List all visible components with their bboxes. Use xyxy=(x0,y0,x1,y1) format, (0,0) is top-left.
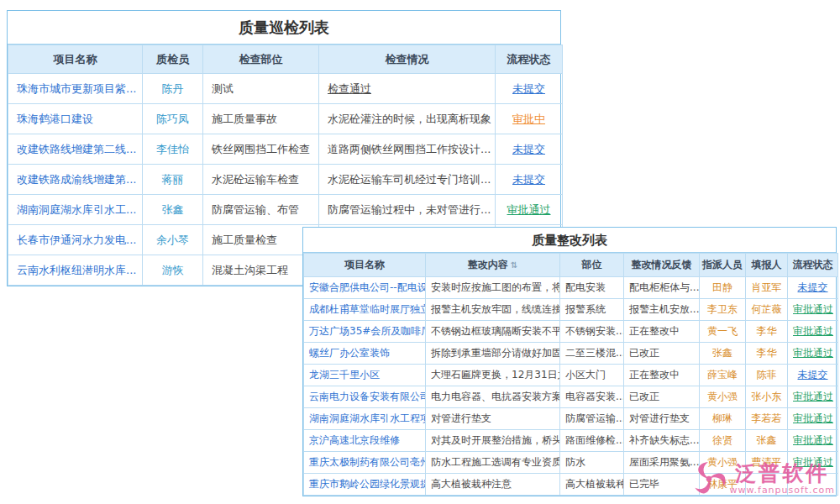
inspection-table-row[interactable]: 改建铁路线增建第二线... 李佳怡 铁丝网围挡工作检查 道路两侧铁丝网围挡工作按… xyxy=(8,134,563,165)
rectify-table-row[interactable]: 成都杜甫草堂临时展厅独立展... 报警主机安放牢固，线缆连接... 报警系统 报… xyxy=(304,299,838,321)
assignee-cell[interactable]: 李卫东 xyxy=(700,299,746,321)
assignee-cell[interactable]: 薛宝峰 xyxy=(700,365,746,386)
rectify-content-cell: 对其及时开展整治措施，桥头... xyxy=(426,430,560,452)
reporter-cell[interactable]: 李若若 xyxy=(746,408,788,430)
status-cell[interactable]: 审批中 xyxy=(496,104,563,134)
project-name-cell[interactable]: 珠海市城市更新项目紫... xyxy=(8,74,143,104)
status-link[interactable]: 未提交 xyxy=(512,173,545,186)
project-name-cell[interactable]: 万达广场35#会所及咖啡厅空... xyxy=(304,321,426,343)
inspect-part-cell: 施工质量事故 xyxy=(203,104,319,134)
inspection-table-row[interactable]: 改建铁路成渝线增建第... 蒋丽 水泥砼运输车检查 水泥砼运输车司机经过专门培训… xyxy=(8,165,563,195)
rectify-content-cell: 拆除到承重墙部分请做好加固... xyxy=(426,343,560,365)
status-link[interactable]: 未提交 xyxy=(512,82,545,95)
inspector-cell[interactable]: 蒋丽 xyxy=(143,165,203,195)
watermark-text: 泛普软件 www.fanpusoft.com xyxy=(730,462,835,496)
assignee-cell[interactable]: 黄一飞 xyxy=(700,321,746,343)
project-name-cell[interactable]: 湖南洞庭湖水库引水工... xyxy=(8,195,143,225)
status-cell[interactable]: 审批通过 xyxy=(788,299,838,321)
project-name-cell[interactable]: 珠海鹤港口建设 xyxy=(8,104,143,134)
inspector-cell[interactable]: 陈巧凤 xyxy=(143,104,203,134)
project-name-cell[interactable]: 成都杜甫草堂临时展厅独立展... xyxy=(304,299,426,321)
status-cell[interactable]: 未提交 xyxy=(496,134,563,165)
project-name-cell[interactable]: 云南电力设备安装有限公司20... xyxy=(304,386,426,408)
status-cell[interactable]: 审批通过 xyxy=(788,408,838,430)
project-name-cell[interactable]: 重庆太极制药有限公司亳州中... xyxy=(304,452,426,474)
reporter-cell[interactable]: 何芷薇 xyxy=(746,299,788,321)
inspection-table-row[interactable]: 珠海市城市更新项目紫... 陈丹 测试 检查通过 未提交 xyxy=(8,74,563,104)
status-link[interactable]: 审批通过 xyxy=(793,325,833,337)
rectify-col-content-label: 整改内容 xyxy=(468,259,508,270)
project-name-cell[interactable]: 改建铁路线增建第二线... xyxy=(8,134,143,165)
reporter-cell[interactable]: 张鑫 xyxy=(746,430,788,452)
status-link[interactable]: 未提交 xyxy=(798,369,828,381)
assignee-cell[interactable]: 张鑫 xyxy=(700,343,746,365)
status-link[interactable]: 未提交 xyxy=(798,281,828,293)
rectify-list-panel: 质量整改列表 项目名称 整改内容⇅ 部位 整改情况反馈 指派人员 填报人 流程状… xyxy=(302,227,837,496)
inspector-cell[interactable]: 游恢 xyxy=(143,255,203,286)
rectify-content-cell: 报警主机安放牢固，线缆连接... xyxy=(426,299,560,321)
project-name-cell[interactable]: 湖南洞庭湖水库引水工程项目1标 xyxy=(304,408,426,430)
assignee-cell[interactable]: 黄小强 xyxy=(700,386,746,408)
rectify-table-row[interactable]: 湖南洞庭湖水库引水工程项目1标 对管进行垫支 防腐管运输... 对管进行垫支 柳… xyxy=(304,408,838,430)
project-name-cell[interactable]: 重庆市鹅岭公园绿化景观提升... xyxy=(304,474,426,496)
rectify-table-row[interactable]: 京沪高速北京段维修 对其及时开展整治措施，桥头... 路面维修检... 补齐缺失… xyxy=(304,430,838,452)
status-cell[interactable]: 未提交 xyxy=(496,165,563,195)
rectify-table-row[interactable]: 云南电力设备安装有限公司20... 电力电容器、电抗器安装方案... 电容器安装… xyxy=(304,386,838,408)
status-cell[interactable]: 审批通过 xyxy=(496,195,563,225)
rectify-table-row[interactable]: 龙湖三千里小区 大理石匾牌更换，12月31日之... 小区大门 正在整改中 薛宝… xyxy=(304,365,838,386)
status-link[interactable]: 审批通过 xyxy=(793,347,833,359)
project-name-cell[interactable]: 安徽合肥供电公司--配电设备... xyxy=(304,277,426,299)
inspection-col-inspector: 质检员 xyxy=(143,45,203,74)
project-name-cell[interactable]: 云南水利枢纽潜明水库... xyxy=(8,255,143,286)
project-name-cell[interactable]: 京沪高速北京段维修 xyxy=(304,430,426,452)
status-link[interactable]: 审批通过 xyxy=(793,303,833,315)
rectify-table-row[interactable]: 万达广场35#会所及咖啡厅空... 不锈钢边框玻璃隔断安装不平... 不锈钢安装… xyxy=(304,321,838,343)
status-link[interactable]: 审批通过 xyxy=(793,412,833,424)
status-cell[interactable]: 审批通过 xyxy=(788,321,838,343)
inspector-cell[interactable]: 李佳怡 xyxy=(143,134,203,165)
fanpu-logo-icon xyxy=(690,460,727,497)
status-cell[interactable]: 审批通过 xyxy=(788,430,838,452)
rectify-col-assignee: 指派人员 xyxy=(700,254,746,277)
inspection-table-row[interactable]: 湖南洞庭湖水库引水工... 张鑫 防腐管运输、布管 防腐管运输过程中，未对管进行… xyxy=(8,195,563,225)
inspection-table-row[interactable]: 珠海鹤港口建设 陈巧凤 施工质量事故 水泥砼灌注的时候，出现离析现象 审批中 xyxy=(8,104,563,134)
rectify-table-row[interactable]: 安徽合肥供电公司--配电设备... 安装时应按施工图的布置，将... 配电安装 … xyxy=(304,277,838,299)
rectify-part-cell: 防腐管运输... xyxy=(560,408,624,430)
status-link[interactable]: 审批通过 xyxy=(793,391,833,402)
reporter-cell[interactable]: 张小东 xyxy=(746,386,788,408)
reporter-cell[interactable]: 陈菲 xyxy=(746,365,788,386)
status-cell[interactable]: 审批通过 xyxy=(788,386,838,408)
status-cell[interactable]: 未提交 xyxy=(788,277,838,299)
project-name-cell[interactable]: 龙湖三千里小区 xyxy=(304,365,426,386)
assignee-cell[interactable]: 田静 xyxy=(700,277,746,299)
reporter-cell[interactable]: 李华 xyxy=(746,343,788,365)
status-link[interactable]: 审批中 xyxy=(512,113,545,125)
project-name-cell[interactable]: 螺丝厂办公室装饰 xyxy=(304,343,426,365)
status-cell[interactable]: 审批通过 xyxy=(788,343,838,365)
status-cell[interactable]: 未提交 xyxy=(496,74,563,104)
status-link[interactable]: 未提交 xyxy=(512,143,545,155)
feedback-cell: 报警主机安放... xyxy=(624,299,700,321)
rectify-col-status: 流程状态 xyxy=(788,254,838,277)
inspector-cell[interactable]: 余小琴 xyxy=(143,225,203,255)
situation-cell: 水泥砼灌注的时候，出现离析现象 xyxy=(319,104,496,134)
assignee-cell[interactable]: 徐贤 xyxy=(700,430,746,452)
situation-cell: 水泥砼运输车司机经过专门培训... xyxy=(319,165,496,195)
project-name-cell[interactable]: 改建铁路成渝线增建第... xyxy=(8,165,143,195)
status-link[interactable]: 审批通过 xyxy=(507,203,551,216)
sort-icon[interactable]: ⇅ xyxy=(511,260,517,270)
feedback-cell: 补齐缺失标志... xyxy=(624,430,700,452)
inspection-col-part: 检查部位 xyxy=(203,45,319,74)
reporter-cell[interactable]: 李华 xyxy=(746,321,788,343)
inspector-cell[interactable]: 张鑫 xyxy=(143,195,203,225)
inspect-part-cell: 铁丝网围挡工作检查 xyxy=(203,134,319,165)
assignee-cell[interactable]: 柳琳 xyxy=(700,408,746,430)
project-name-cell[interactable]: 长春市伊通河水力发电... xyxy=(8,225,143,255)
status-cell[interactable]: 未提交 xyxy=(788,365,838,386)
rectify-col-content[interactable]: 整改内容⇅ xyxy=(426,254,560,277)
rectify-part-cell: 不锈钢安装... xyxy=(560,321,624,343)
reporter-cell[interactable]: 肖亚军 xyxy=(746,277,788,299)
status-link[interactable]: 审批通过 xyxy=(793,434,833,446)
rectify-table-row[interactable]: 螺丝厂办公室装饰 拆除到承重墙部分请做好加固... 二至三楼混... 已改正 张… xyxy=(304,343,838,365)
inspector-cell[interactable]: 陈丹 xyxy=(143,74,203,104)
